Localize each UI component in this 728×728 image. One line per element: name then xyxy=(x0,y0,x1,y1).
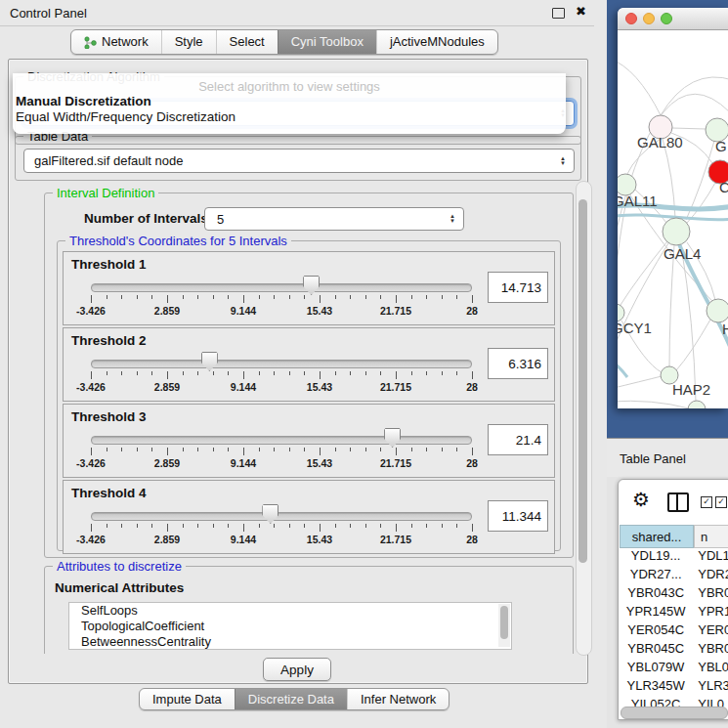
column-header-name[interactable]: n xyxy=(694,525,728,548)
minor-tick xyxy=(107,295,107,299)
apply-button[interactable]: Apply xyxy=(263,658,331,681)
checkbox-icon[interactable]: ✓ xyxy=(701,496,712,508)
popup-option-equal-width[interactable]: Equal Width/Frequency Discretization xyxy=(13,109,566,125)
minor-tick xyxy=(335,448,336,451)
tab-infer-network[interactable]: Infer Network xyxy=(347,689,449,709)
attributes-listbox[interactable]: SelfLoopsTopologicalCoefficientBetweenne… xyxy=(68,602,512,650)
tab-cyni-toolbox[interactable]: Cyni Toolbox xyxy=(278,30,376,54)
cell-shared-name[interactable]: YBL079W xyxy=(620,660,692,678)
table-row[interactable]: YPR145WYPR1 xyxy=(620,604,728,622)
combo-spinner-icon[interactable]: ▲▼ xyxy=(446,214,459,224)
cell-shared-name[interactable]: YDR27... xyxy=(620,567,692,585)
zoom-traffic-light[interactable] xyxy=(661,13,672,24)
threshold-slider[interactable]: -3.4262.8599.14415.4321.71528 xyxy=(91,405,472,477)
cell-shared-name[interactable]: YBR045C xyxy=(620,641,692,660)
tab-style[interactable]: Style xyxy=(161,30,216,54)
cell-shared-name[interactable]: YBR043C xyxy=(620,585,692,604)
threshold-value-field[interactable]: 14.713 xyxy=(488,272,548,303)
network-edge[interactable] xyxy=(618,243,668,354)
threshold-value-field[interactable]: 6.316 xyxy=(488,348,548,379)
network-view-window[interactable]: GAL80GCGAL11GAL4GCY1HHAP2 xyxy=(618,8,728,408)
slider-track[interactable] xyxy=(91,360,472,368)
cell-name[interactable]: YBR0 xyxy=(692,585,728,604)
tab-discretize-data[interactable]: Discretize Data xyxy=(235,689,347,709)
slider-thumb[interactable] xyxy=(303,276,320,295)
major-tick xyxy=(320,448,321,455)
threshold-value-field[interactable]: 21.4 xyxy=(488,424,548,455)
tick-label: 28 xyxy=(466,457,478,469)
slider-thumb[interactable] xyxy=(384,428,401,448)
combo-spinner-icon[interactable]: ▲▼ xyxy=(556,156,570,166)
tab-network[interactable]: Network xyxy=(71,30,161,54)
checkbox-icon[interactable]: ✓ xyxy=(715,496,727,508)
cell-shared-name[interactable]: YDL19... xyxy=(620,548,692,567)
float-window-icon[interactable] xyxy=(552,8,565,19)
scrollbar-thumb[interactable] xyxy=(578,199,587,563)
threshold-slider[interactable]: -3.4262.8599.14415.4321.71528 xyxy=(91,328,472,401)
network-node[interactable] xyxy=(688,401,706,408)
table-row[interactable]: YBR043CYBR0 xyxy=(620,585,728,604)
cell-name[interactable]: YBR0 xyxy=(692,641,728,660)
cell-name[interactable]: YDR2 xyxy=(692,567,728,585)
vertical-scrollbar[interactable] xyxy=(576,181,592,656)
cell-name[interactable]: YDL1 xyxy=(692,548,728,567)
node-label: HAP2 xyxy=(672,381,710,398)
network-edge[interactable] xyxy=(618,376,662,389)
table-row[interactable]: YDR27...YDR2 xyxy=(620,567,728,585)
cell-shared-name[interactable]: YLR345W xyxy=(620,678,692,697)
horizontal-scrollbar[interactable] xyxy=(621,707,728,719)
tab-impute-data[interactable]: Impute Data xyxy=(140,689,235,709)
network-edge[interactable] xyxy=(618,59,661,115)
tab-label: Infer Network xyxy=(361,689,436,709)
cell-name[interactable]: YER0 xyxy=(692,622,728,641)
close-traffic-light[interactable] xyxy=(625,13,637,24)
tick-label: -3.426 xyxy=(76,305,106,317)
network-edge[interactable] xyxy=(661,77,728,115)
minor-tick xyxy=(183,524,184,528)
network-node-h[interactable] xyxy=(707,299,728,322)
close-icon[interactable]: ✖ xyxy=(576,4,586,19)
list-item[interactable]: SelfLoops xyxy=(69,603,511,619)
network-edge[interactable] xyxy=(669,245,674,367)
network-edge[interactable] xyxy=(687,183,715,223)
tick-label: 21.715 xyxy=(380,381,411,393)
tab-jactivemnodules[interactable]: jActiveMNodules xyxy=(376,30,497,54)
popup-option-manual[interactable]: Manual Discretization xyxy=(13,94,566,109)
table-row[interactable]: YER054CYER0 xyxy=(620,622,728,641)
slider-track[interactable] xyxy=(91,436,472,445)
cell-name[interactable]: YBL0 xyxy=(692,660,728,678)
cell-name[interactable]: YPR1 xyxy=(692,604,728,622)
column-header-shared-name[interactable]: shared... xyxy=(620,525,694,548)
slider-thumb[interactable] xyxy=(262,504,278,524)
minimize-traffic-light[interactable] xyxy=(643,13,655,24)
threshold-slider[interactable]: -3.4262.8599.14415.4321.71528 xyxy=(91,252,472,324)
slider-track[interactable] xyxy=(91,283,472,292)
gear-icon[interactable]: ⚙ xyxy=(632,488,650,511)
table-row[interactable]: YBL079WYBL0 xyxy=(620,660,728,678)
list-scrollbar[interactable] xyxy=(498,604,510,647)
table-data-combobox[interactable]: galFiltered.sif default node ▲▼ xyxy=(23,149,575,173)
list-item[interactable]: BetweennessCentrality xyxy=(69,634,511,650)
list-item[interactable]: TopologicalCoefficient xyxy=(69,619,511,634)
network-canvas[interactable]: GAL80GCGAL11GAL4GCY1HHAP2 xyxy=(618,29,728,408)
slider-thumb[interactable] xyxy=(201,352,218,371)
num-intervals-combobox[interactable]: 5 ▲▼ xyxy=(204,207,464,231)
threshold-slider[interactable]: -3.4262.8599.14415.4321.71528 xyxy=(91,481,472,553)
network-edge[interactable] xyxy=(618,360,627,377)
cell-name[interactable]: YLR3 xyxy=(692,678,728,697)
split-view-icon[interactable] xyxy=(667,492,689,512)
tab-select[interactable]: Select xyxy=(216,30,278,54)
table-row[interactable]: YDL19...YDL1 xyxy=(620,548,728,567)
table-row[interactable]: YLR345WYLR3 xyxy=(620,678,728,697)
network-edge[interactable] xyxy=(621,241,667,305)
network-node-gal4[interactable] xyxy=(663,218,690,245)
table-row[interactable]: YBR045CYBR0 xyxy=(620,641,728,660)
network-edge[interactable] xyxy=(618,401,689,408)
cell-shared-name[interactable]: YER054C xyxy=(620,622,692,641)
cell-shared-name[interactable]: YPR145W xyxy=(620,604,692,622)
scrollbar-thumb[interactable] xyxy=(500,606,508,639)
threshold-value-field[interactable]: 11.344 xyxy=(488,500,548,532)
slider-track[interactable] xyxy=(91,512,472,521)
network-window-titlebar[interactable] xyxy=(618,8,728,30)
network-edge[interactable] xyxy=(672,128,706,129)
